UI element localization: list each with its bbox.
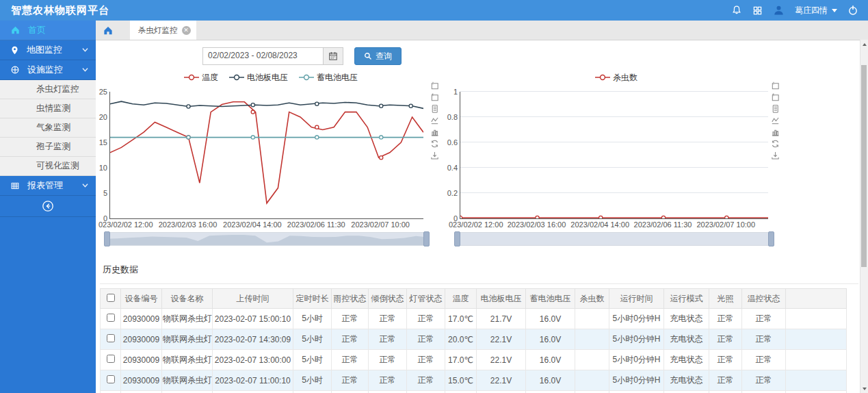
legend-marker-icon	[595, 74, 610, 81]
datazoom-slider[interactable]	[456, 232, 773, 246]
table-cell	[786, 370, 847, 391]
scrollbar-thumb[interactable]	[861, 65, 867, 267]
table-cell	[786, 309, 847, 329]
table-cell: 正常	[407, 329, 445, 350]
legend-marker-icon	[299, 74, 314, 81]
submenu-item-气象监测[interactable]: 气象监测	[0, 118, 96, 138]
zoom-select-icon[interactable]	[428, 80, 440, 90]
data-point-marker	[315, 125, 319, 129]
query-button[interactable]: 查询	[354, 47, 402, 65]
table-cell	[786, 329, 847, 350]
user-avatar[interactable]	[773, 5, 785, 16]
row-checkbox[interactable]	[107, 355, 115, 363]
column-header: 上传时间	[213, 289, 293, 309]
table-cell: 20930009	[121, 350, 162, 370]
table-cell: 5小时	[293, 329, 332, 350]
app-window: 智慧农林物联网平台 葛庄四情	[0, 0, 868, 393]
sidebar-item-首页[interactable]: 首页	[0, 21, 96, 40]
save-image-icon[interactable]	[769, 150, 781, 160]
legend-item-温度[interactable]: 温度	[184, 72, 218, 84]
legend-label: 温度	[202, 72, 218, 84]
data-view-icon[interactable]	[769, 103, 781, 114]
data-point-marker	[251, 136, 254, 139]
table-cell: 正常	[407, 370, 445, 391]
datazoom-handle-right[interactable]	[423, 231, 430, 246]
tab-active[interactable]: 杀虫灯监控 ✕	[130, 21, 196, 40]
table-row[interactable]: 20930009物联网杀虫灯209:2023-02-07 14:30:095小时…	[101, 329, 847, 350]
sidebar-item-地图监控[interactable]: 地图监控	[0, 40, 96, 60]
scroll-down-arrow[interactable]	[860, 385, 868, 392]
table-row[interactable]: 20930009物联网杀虫灯209:2023-02-07 15:00:105小时…	[101, 309, 847, 329]
table-row[interactable]: 20930009物联网杀虫灯209:2023-02-07 13:00:005小时…	[101, 350, 847, 370]
table-row[interactable]: 20930009物联网杀虫灯209:2023-02-07 11:00:105小时…	[101, 370, 847, 391]
table-cell: 5小时	[293, 350, 332, 370]
restore-icon[interactable]	[769, 138, 781, 149]
submenu-item-杀虫灯监控[interactable]: 杀虫灯监控	[0, 80, 96, 99]
chart-canvas[interactable]	[110, 92, 423, 218]
datazoom-handle-left[interactable]	[454, 231, 460, 246]
table-cell: 正常	[332, 329, 369, 350]
zoom-reset-icon[interactable]	[769, 92, 781, 102]
chevron-down-icon	[81, 47, 89, 53]
legend-item-电池板电压[interactable]: 电池板电压	[229, 72, 288, 84]
data-point-marker	[315, 102, 319, 105]
vertical-scrollbar[interactable]	[860, 40, 868, 393]
data-point-marker	[315, 136, 319, 139]
power-icon[interactable]	[847, 5, 858, 16]
datazoom-handle-right[interactable]	[768, 231, 774, 246]
column-header: 运行时间	[609, 289, 664, 309]
table-cell: 5小时0分钟H	[609, 309, 664, 329]
sidebar-item-报表管理[interactable]: 报表管理	[0, 176, 96, 196]
table-cell: 16.0V	[526, 309, 575, 329]
sidebar-item-label: 报表管理	[27, 179, 81, 192]
table-cell: 正常	[369, 329, 407, 350]
close-icon[interactable]: ✕	[182, 26, 191, 35]
sidebar-item-label: 设施监控	[27, 64, 81, 76]
bar-chart-icon[interactable]	[428, 127, 440, 137]
column-header: 倾倒状态	[369, 289, 407, 309]
submenu-item-孢子监测[interactable]: 孢子监测	[0, 138, 96, 157]
table-cell: 22.1V	[477, 329, 526, 350]
calendar-button[interactable]	[323, 48, 343, 64]
table-cell: 正常	[709, 391, 742, 393]
save-image-icon[interactable]	[428, 150, 440, 160]
line-chart-icon[interactable]	[428, 115, 440, 125]
table-cell: 正常	[742, 370, 786, 391]
tab-home-button[interactable]	[96, 21, 120, 40]
column-header: 电池板电压	[477, 289, 526, 309]
table-row[interactable]: 20930009物联网杀虫灯209:2023-02-07 10:00:005小时…	[101, 391, 847, 393]
table-cell: 正常	[332, 370, 369, 391]
table-cell: 正常	[407, 309, 445, 329]
bell-icon[interactable]	[731, 5, 742, 16]
row-checkbox[interactable]	[107, 314, 115, 322]
table-cell: 2023-02-07 14:30:09	[213, 329, 293, 350]
chart-canvas[interactable]	[460, 92, 768, 218]
sidebar-item-设施监控[interactable]: 设施监控	[0, 60, 96, 80]
restore-icon[interactable]	[428, 138, 440, 149]
datazoom-handle-left[interactable]	[104, 231, 110, 246]
line-chart-icon[interactable]	[769, 115, 781, 125]
submenu-item-虫情监测[interactable]: 虫情监测	[0, 99, 96, 118]
zoom-reset-icon[interactable]	[428, 92, 440, 102]
legend-item-杀虫数[interactable]: 杀虫数	[595, 72, 637, 84]
table-cell: 正常	[742, 309, 786, 329]
zoom-select-icon[interactable]	[769, 80, 781, 90]
sidebar-collapse-button[interactable]	[0, 196, 96, 217]
date-range-input[interactable]: 02/02/2023 - 02/08/2023	[202, 47, 343, 65]
row-checkbox[interactable]	[107, 375, 115, 383]
bar-chart-icon[interactable]	[769, 127, 781, 137]
data-point-marker	[536, 216, 539, 218]
submenu-item-可视化监测[interactable]: 可视化监测	[0, 157, 96, 176]
scroll-up-arrow[interactable]	[860, 40, 868, 48]
table-cell: 物联网杀虫灯209:	[162, 391, 213, 393]
select-all-checkbox[interactable]	[107, 294, 115, 302]
row-checkbox[interactable]	[107, 334, 115, 342]
table-cell: 正常	[369, 370, 407, 391]
table-cell: 正常	[742, 391, 786, 393]
table-cell: 正常	[407, 391, 445, 393]
user-menu[interactable]: 葛庄四情	[795, 5, 837, 16]
data-view-icon[interactable]	[428, 103, 440, 114]
datazoom-slider[interactable]	[105, 232, 428, 246]
legend-item-蓄电池电压[interactable]: 蓄电池电压	[299, 72, 358, 84]
apps-grid-icon[interactable]	[752, 5, 763, 16]
